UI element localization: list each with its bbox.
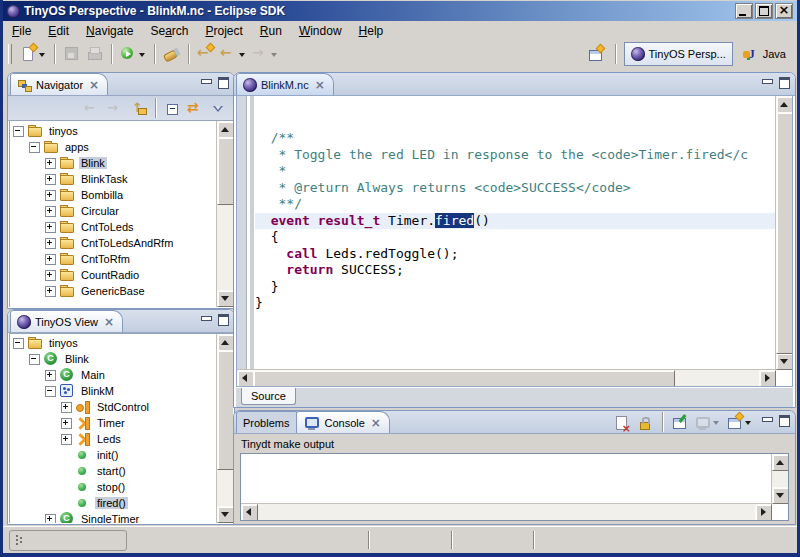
scroll-up-icon[interactable] xyxy=(776,96,793,113)
console-maximize-button[interactable] xyxy=(778,415,791,426)
tree-item-blink[interactable]: Blink xyxy=(9,155,233,171)
console-output-area[interactable] xyxy=(240,453,789,521)
window-maximize-button[interactable] xyxy=(755,3,773,19)
tree-item-cnttoleds[interactable]: CntToLeds xyxy=(9,219,233,235)
minus-expander-icon[interactable] xyxy=(45,386,56,397)
tree-item-blinkm[interactable]: BlinkM xyxy=(9,383,233,399)
scroll-left-icon[interactable] xyxy=(241,504,258,521)
tree-item-label[interactable]: SingleTimer xyxy=(79,513,141,523)
tree-item-label[interactable]: Timer xyxy=(95,417,127,429)
plus-expander-icon[interactable] xyxy=(45,206,56,217)
open-perspective-button[interactable] xyxy=(585,42,606,66)
tree-item-fired[interactable]: fired() xyxy=(9,495,233,511)
tinyos-view-maximize-button[interactable] xyxy=(217,314,230,325)
tree-item-label[interactable]: Main xyxy=(79,369,107,381)
tree-item-blink[interactable]: Blink xyxy=(9,351,233,367)
tree-item-label[interactable]: tinyos xyxy=(47,337,80,349)
code-line[interactable]: call Leds.redToggle(); xyxy=(255,246,775,263)
scroll-lock-button[interactable] xyxy=(635,410,656,434)
code-line[interactable]: * xyxy=(255,163,775,180)
scroll-up-icon[interactable] xyxy=(772,454,789,471)
minus-expander-icon[interactable] xyxy=(29,354,40,365)
annotation-ruler[interactable] xyxy=(237,96,247,386)
run-button[interactable] xyxy=(118,42,148,66)
console-vscrollbar[interactable] xyxy=(771,454,788,504)
menu-window[interactable]: Window xyxy=(299,24,342,38)
tree-item-label[interactable]: Leds xyxy=(95,433,123,445)
tree-item-label[interactable]: Blink xyxy=(79,157,107,169)
tree-item-start[interactable]: start() xyxy=(9,463,233,479)
scroll-down-icon[interactable] xyxy=(776,353,793,370)
code-line[interactable]: return SUCCESS; xyxy=(255,262,775,279)
clear-console-button[interactable] xyxy=(612,410,633,434)
menu-navigate[interactable]: Navigate xyxy=(86,24,133,38)
tab-tinyos-view[interactable]: TinyOS View × xyxy=(10,310,123,332)
menu-project[interactable]: Project xyxy=(205,24,242,38)
code-line[interactable]: * @return Always returns <code>SUCCESS</… xyxy=(255,180,775,197)
back-dropdown-icon[interactable] xyxy=(238,46,246,62)
tree-item-label[interactable]: StdControl xyxy=(95,401,151,413)
tree-item-label[interactable]: init() xyxy=(95,449,120,461)
code-line[interactable]: { xyxy=(255,229,775,246)
tree-item-main[interactable]: Main xyxy=(9,367,233,383)
plus-expander-icon[interactable] xyxy=(45,370,56,381)
editor-hscrollbar[interactable] xyxy=(237,369,776,386)
editor-maximize-button[interactable] xyxy=(778,77,791,88)
tab-blinkm-nc[interactable]: BlinkM.nc × xyxy=(236,73,334,95)
tree-item-label[interactable]: tinyos xyxy=(47,125,80,137)
console-hscrollbar[interactable] xyxy=(241,503,772,520)
scrollbar-thumb[interactable] xyxy=(217,350,233,470)
scroll-right-icon[interactable] xyxy=(755,504,772,521)
scroll-down-icon[interactable] xyxy=(217,506,233,523)
new-wizard-button[interactable] xyxy=(18,42,48,66)
tree-item-label[interactable]: CntToRfm xyxy=(79,253,132,265)
collapse-all-button[interactable] xyxy=(162,98,183,118)
tree-item-leds[interactable]: Leds xyxy=(9,431,233,447)
pin-console-button[interactable] xyxy=(669,410,690,434)
tree-item-singletimer[interactable]: SingleTimer xyxy=(9,511,233,523)
code-line[interactable]: } xyxy=(255,295,775,312)
perspective-java-button[interactable]: Java xyxy=(736,43,792,65)
minus-expander-icon[interactable] xyxy=(13,338,24,349)
tab-navigator[interactable]: Navigator × xyxy=(10,73,108,95)
code-line[interactable]: event result_t Timer.fired() xyxy=(255,213,775,230)
last-edit-location-button[interactable] xyxy=(195,42,216,66)
tree-item-label[interactable]: BlinkTask xyxy=(79,173,129,185)
tinyos-view-close-icon[interactable]: × xyxy=(104,315,114,329)
tree-item-label[interactable]: start() xyxy=(95,465,128,477)
fast-view-bar[interactable] xyxy=(9,530,127,551)
search-button[interactable] xyxy=(161,42,182,66)
open-console-button[interactable] xyxy=(724,410,754,434)
navigator-close-icon[interactable]: × xyxy=(89,78,99,92)
code-area[interactable]: /** * Toggle the red LED in response to … xyxy=(255,97,775,369)
scroll-right-icon[interactable] xyxy=(759,370,776,387)
code-line[interactable] xyxy=(255,97,775,114)
new-wizard-dropdown-icon[interactable] xyxy=(38,46,46,62)
scroll-left-icon[interactable] xyxy=(237,370,254,387)
console-close-icon[interactable]: × xyxy=(371,416,381,430)
tab-problems[interactable]: Problems xyxy=(236,411,298,433)
tree-item-label[interactable]: apps xyxy=(63,141,91,153)
editor-content[interactable]: /** * Toggle the red LED in response to … xyxy=(236,95,793,387)
plus-expander-icon[interactable] xyxy=(45,254,56,265)
minus-expander-icon[interactable] xyxy=(13,126,24,137)
perspective-tinyos-button[interactable]: TinyOS Persp... xyxy=(624,42,733,66)
editor-tab-close-icon[interactable]: × xyxy=(315,78,325,92)
code-line[interactable]: **/ xyxy=(255,196,775,213)
view-menu-button[interactable] xyxy=(208,98,229,118)
tree-item-label[interactable]: GenericBase xyxy=(79,285,147,297)
tree-item-cnttoledsandrfm[interactable]: CntToLedsAndRfm xyxy=(9,235,233,251)
minus-expander-icon[interactable] xyxy=(29,142,40,153)
tree-item-circular[interactable]: Circular xyxy=(9,203,233,219)
back-button[interactable] xyxy=(218,42,248,66)
menu-search[interactable]: Search xyxy=(150,24,188,38)
scrollbar-thumb[interactable] xyxy=(253,370,675,387)
plus-expander-icon[interactable] xyxy=(61,402,72,413)
toolbar-drag-handle[interactable] xyxy=(8,44,12,64)
plus-expander-icon[interactable] xyxy=(45,158,56,169)
tree-item-countradio[interactable]: CountRadio xyxy=(9,267,233,283)
scrollbar-thumb[interactable] xyxy=(217,137,233,205)
menu-file[interactable]: File xyxy=(12,24,31,38)
link-editor-button[interactable] xyxy=(185,98,206,118)
tree-item-label[interactable]: Blink xyxy=(63,353,91,365)
